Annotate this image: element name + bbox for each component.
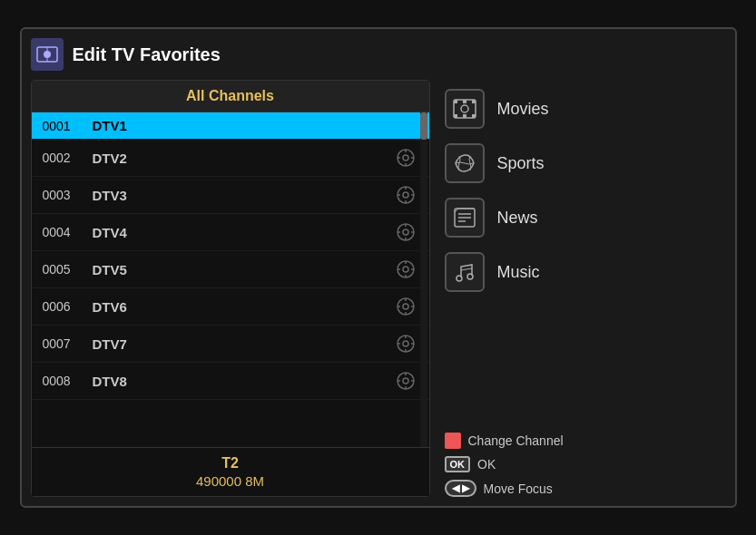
channel-row[interactable]: 0008DTV8 [32, 363, 429, 400]
category-sports[interactable]: Sports [445, 138, 726, 189]
channel-settings-icon [393, 257, 418, 282]
channel-settings-icon [393, 368, 418, 394]
channel-row[interactable]: 0001DTV1 [32, 112, 429, 140]
news-icon [445, 198, 485, 238]
sports-icon [445, 143, 485, 183]
svg-rect-52 [463, 114, 466, 118]
svg-point-1 [44, 51, 51, 58]
svg-point-5 [403, 155, 408, 160]
channel-name: DTV6 [93, 299, 393, 315]
title-bar: Edit TV Favorites [31, 38, 726, 71]
help-row-0: Change Channel [445, 433, 726, 449]
channel-num: 0002 [43, 151, 93, 165]
lr-badge: ◀ ▶ [445, 480, 476, 497]
svg-point-53 [461, 105, 468, 112]
channel-name: DTV7 [93, 336, 393, 352]
channel-row[interactable]: 0003DTV3 [32, 177, 429, 214]
main-container: Edit TV Favorites All Channels 0001DTV10… [20, 27, 737, 508]
footer-freq: 490000 8M [39, 473, 422, 489]
channel-settings-icon [393, 331, 418, 356]
category-music[interactable]: Music [445, 247, 726, 297]
page-title: Edit TV Favorites [73, 44, 221, 65]
scrollbar-thumb [420, 112, 427, 140]
svg-rect-50 [472, 114, 476, 118]
channel-settings-icon [393, 219, 418, 245]
channel-num: 0004 [43, 225, 93, 239]
channel-row[interactable]: 0004DTV4 [32, 214, 429, 251]
title-icon [31, 38, 64, 71]
svg-rect-47 [454, 100, 457, 103]
right-panel: Movies Sports News Music Change ChannelO… [445, 80, 726, 497]
channel-row[interactable]: 0005DTV5 [32, 251, 429, 288]
category-movies[interactable]: Movies [445, 83, 726, 134]
svg-rect-49 [454, 114, 457, 118]
channel-list: 0001DTV10002DTV2 0003DTV3 0004DTV4 0005D… [32, 112, 429, 447]
svg-rect-51 [463, 100, 466, 103]
channel-num: 0001 [43, 119, 93, 133]
channel-row[interactable]: 0002DTV2 [32, 140, 429, 177]
svg-point-23 [403, 267, 408, 272]
help-text-1: OK [477, 457, 496, 472]
content-area: All Channels 0001DTV10002DTV2 0003DTV3 0… [31, 80, 726, 497]
svg-point-41 [403, 378, 408, 384]
help-text-2: Move Focus [484, 482, 553, 496]
channel-header: All Channels [32, 81, 429, 112]
news-label: News [497, 209, 538, 228]
channel-name: DTV5 [93, 262, 393, 277]
channel-name: DTV2 [93, 151, 393, 166]
channel-num: 0008 [43, 374, 93, 388]
color-badge [445, 433, 461, 449]
help-section: Change ChannelOKOK◀ ▶Move Focus [445, 418, 726, 497]
ok-badge: OK [445, 456, 471, 472]
music-label: Music [497, 263, 540, 282]
category-news[interactable]: News [445, 192, 726, 243]
movies-label: Movies [497, 100, 549, 119]
svg-point-58 [457, 276, 462, 281]
footer-signal: T2 [39, 455, 422, 472]
scrollbar[interactable] [420, 112, 427, 447]
channel-name: DTV3 [93, 188, 393, 203]
channel-name: DTV4 [93, 225, 393, 240]
channel-settings-icon [393, 294, 418, 319]
channel-settings-icon [393, 145, 418, 170]
channel-num: 0005 [43, 262, 93, 277]
svg-point-17 [403, 229, 408, 235]
channel-settings-icon [393, 182, 418, 208]
svg-point-29 [403, 304, 408, 309]
channel-row[interactable]: 0007DTV7 [32, 326, 429, 363]
svg-point-59 [467, 274, 473, 279]
channel-row[interactable]: 0006DTV6 [32, 288, 429, 326]
svg-line-60 [461, 268, 472, 270]
help-text-0: Change Channel [468, 433, 564, 448]
channel-num: 0007 [43, 336, 93, 351]
movies-icon [445, 89, 485, 129]
svg-point-11 [403, 192, 408, 198]
channel-name: DTV1 [93, 118, 418, 133]
help-row-1: OKOK [445, 456, 726, 472]
channel-num: 0006 [43, 299, 93, 314]
channel-num: 0003 [43, 188, 93, 202]
left-panel: All Channels 0001DTV10002DTV2 0003DTV3 0… [31, 80, 430, 497]
sports-label: Sports [497, 154, 545, 173]
svg-rect-48 [472, 100, 476, 103]
channel-footer: T2 490000 8M [32, 447, 429, 496]
music-icon [445, 252, 485, 292]
svg-point-35 [403, 341, 408, 346]
channel-name: DTV8 [93, 374, 393, 389]
help-row-2: ◀ ▶Move Focus [445, 480, 726, 497]
